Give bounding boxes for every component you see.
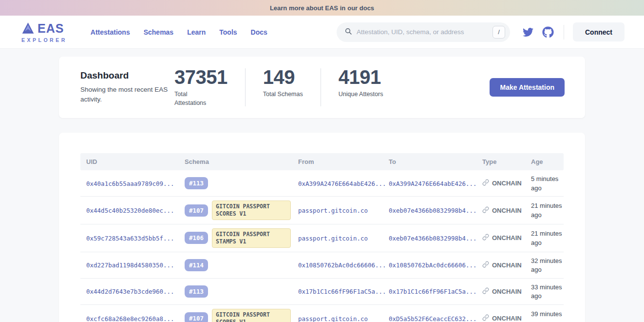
link-icon [482,261,489,269]
type-label: ONCHAIN [492,207,522,214]
eas-logo-icon [21,21,35,36]
uid-link[interactable]: 0x40a1c6b55aaa9789c09... [86,180,174,187]
attestation-type: ONCHAIN [482,206,525,215]
to-address-link[interactable]: 0xeb07e4366b0832998b4... [389,207,477,214]
attestation-type: ONCHAIN [482,287,525,296]
stat-value: 149 [263,67,303,87]
to-address-link[interactable]: 0xD5a5b52F6CeaccEC632... [389,315,477,322]
column-header-to: To [383,158,476,165]
main-nav: Attestations Schemas Learn Tools Docs [91,28,267,36]
banner-text: Learn more about EAS in [270,4,345,12]
schema-id-badge[interactable]: #114 [185,259,208,271]
nav-schemas[interactable]: Schemas [144,28,173,36]
schema-name-badge[interactable]: GITCOIN PASSPORT SCORES V1 [212,201,291,220]
github-icon[interactable] [542,26,554,38]
uid-link[interactable]: 0x44d5c40b25320de80ec... [86,207,174,214]
age-text: 39 minutes ago [531,310,562,322]
to-address-link[interactable]: 0xeb07e4366b0832998b4... [389,235,477,242]
schema-id-badge[interactable]: #107 [185,312,208,322]
schema-id-badge[interactable]: #113 [185,177,208,189]
uid-link[interactable]: 0x59c728543a633d5bb5f... [86,235,174,242]
table-row: 0xcfc68a268e8ec9260a8... #107 GITCOIN PA… [80,305,564,322]
nav-attestations[interactable]: Attestations [91,28,130,36]
attestation-type: ONCHAIN [482,261,525,269]
table-row: 0x40a1c6b55aaa9789c09... #113 0xA399A247… [80,170,564,197]
age-text: 21 minutes ago [531,202,562,219]
from-address-link[interactable]: 0xA399A2476E664abE426... [298,180,386,187]
search-input[interactable] [357,28,492,36]
to-address-link[interactable]: 0x17b1C1c66fF96F1aC5a... [389,288,477,295]
stat-divider [321,68,321,106]
attestation-type: ONCHAIN [482,234,525,242]
header-divider [564,25,564,40]
logo-subtitle: EXPLORER [21,38,67,43]
stat-unique-attestors: 4191 Unique Attestors [339,67,383,99]
schema-name-badge[interactable]: GITCOIN PASSPORT STAMPS V1 [212,228,291,248]
age-text: 32 minutes ago [531,257,562,274]
link-icon [482,179,489,187]
link-icon [482,314,489,322]
attestation-type: ONCHAIN [482,179,525,187]
table-row: 0x59c728543a633d5bb5f... #106 GITCOIN PA… [80,224,564,252]
page-title: Dashboard [80,70,174,81]
type-label: ONCHAIN [492,315,522,322]
header: EAS EXPLORER Attestations Schemas Learn … [0,16,644,49]
banner-docs-link[interactable]: our docs [347,4,374,12]
stat-value: 37351 [174,67,227,87]
page-subtitle: Showing the most recent EAS activity. [80,85,168,104]
logo-title: EAS [38,22,64,35]
from-address-link[interactable]: passport.gitcoin.co [298,207,368,214]
to-address-link[interactable]: 0x10850762bAc0dc66606... [389,262,477,269]
stat-label: Unique Attestors [339,90,383,99]
stat-total-attestations: 37351 Total Attestations [174,67,227,107]
from-address-link[interactable]: passport.gitcoin.co [298,315,368,322]
column-header-from: From [292,158,383,165]
make-attestation-button[interactable]: Make Attestation [490,78,565,97]
column-header-type: Type [476,158,525,165]
table-row: 0x44d2d7643e7b3cde960... #113 0x17b1C1c6… [80,279,564,305]
eas-logo[interactable]: EAS EXPLORER [21,21,67,43]
stat-value: 4191 [339,67,383,87]
dashboard-card: Dashboard Showing the most recent EAS ac… [59,57,585,118]
attestation-type: ONCHAIN [482,314,525,322]
uid-link[interactable]: 0xcfc68a268e8ec9260a8... [86,315,174,322]
type-label: ONCHAIN [492,180,522,187]
search-bar[interactable]: / [337,22,510,42]
twitter-icon[interactable] [522,27,534,38]
table-row: 0x44d5c40b25320de80ec... #107 GITCOIN PA… [80,197,564,224]
uid-link[interactable]: 0xd227bad1198d4580350... [86,262,174,269]
stat-label: Total Attestations [174,90,217,107]
stat-divider [245,68,246,106]
column-header-uid: UID [80,158,179,165]
from-address-link[interactable]: 0x10850762bAc0dc66606... [298,262,386,269]
schema-name-badge[interactable]: GITCOIN PASSPORT SCORES V1 [212,309,291,322]
age-text: 33 minutes ago [531,283,562,300]
column-header-age: Age [525,158,564,165]
to-address-link[interactable]: 0xA399A2476E664abE426... [389,180,477,187]
search-shortcut-key: / [492,26,505,39]
link-icon [482,206,489,215]
table-header: UID Schema From To Type Age [80,153,564,170]
schema-id-badge[interactable]: #107 [185,204,208,217]
activity-table-card: UID Schema From To Type Age 0x40a1c6b55a… [59,133,585,322]
connect-button[interactable]: Connect [573,22,625,41]
schema-id-badge[interactable]: #106 [185,232,208,244]
link-icon [482,287,489,296]
type-label: ONCHAIN [492,262,522,269]
nav-docs[interactable]: Docs [251,28,267,36]
social-links [522,26,554,38]
from-address-link[interactable]: 0x17b1C1c66fF96F1aC5a... [298,288,386,295]
type-label: ONCHAIN [492,234,522,242]
docs-banner: Learn more about EAS in our docs [0,0,644,16]
uid-link[interactable]: 0x44d2d7643e7b3cde960... [86,288,174,295]
table-body: 0x40a1c6b55aaa9789c09... #113 0xA399A247… [80,170,564,322]
schema-id-badge[interactable]: #113 [185,285,208,298]
nav-learn[interactable]: Learn [187,28,206,36]
age-text: 21 minutes ago [531,230,562,246]
column-header-schema: Schema [179,158,292,165]
from-address-link[interactable]: passport.gitcoin.co [298,235,368,242]
type-label: ONCHAIN [492,288,522,295]
stat-total-schemas: 149 Total Schemas [263,67,303,99]
nav-tools[interactable]: Tools [219,28,237,36]
stats-row: 37351 Total Attestations 149 Total Schem… [174,67,383,107]
